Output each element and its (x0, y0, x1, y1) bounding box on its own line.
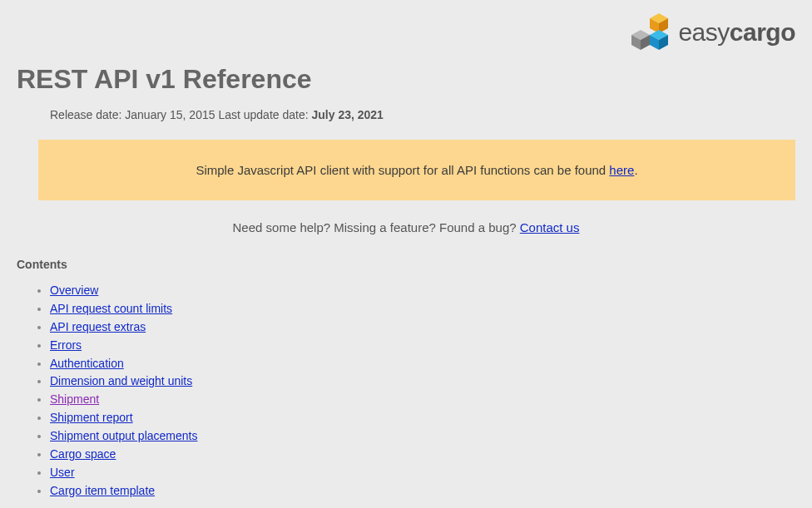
toc-link[interactable]: API request count limits (50, 302, 172, 315)
release-prefix: Release date: (50, 108, 125, 121)
toc-item: Authentication (50, 356, 795, 372)
release-date: January 15, 2015 (125, 108, 215, 121)
logo-text: easycargo (678, 18, 795, 47)
contact-us-link[interactable]: Contact us (520, 220, 580, 234)
update-prefix: Last update date: (215, 108, 312, 121)
banner-here-link[interactable]: here (609, 163, 634, 177)
toc-link[interactable]: Cargo space (50, 447, 116, 461)
toc-item: Shipment (50, 392, 795, 407)
toc-link[interactable]: Overview (50, 284, 98, 297)
toc-link[interactable]: API request extras (50, 320, 146, 333)
logo-cubes-icon (626, 12, 673, 53)
toc-item: Dimension and weight units (50, 373, 795, 389)
toc-item: Cargo item template (50, 483, 795, 499)
toc-link[interactable]: Cargo item template (50, 484, 155, 497)
toc-link[interactable]: Shipment report (50, 411, 133, 424)
toc-link[interactable]: User (50, 466, 75, 479)
help-line: Need some help? Missing a feature? Found… (17, 220, 795, 234)
toc-item: Shipment output placements (50, 428, 795, 444)
help-text: Need some help? Missing a feature? Found… (233, 220, 520, 234)
toc-item: Overview (50, 283, 795, 298)
contents-heading: Contents (17, 258, 795, 271)
toc-item: API request count limits (50, 301, 795, 317)
toc-item: Errors (50, 338, 795, 353)
toc-item: User (50, 465, 795, 481)
toc-link[interactable]: Authentication (50, 357, 124, 370)
toc-link[interactable]: Dimension and weight units (50, 374, 192, 387)
page-title: REST API v1 Reference (17, 64, 795, 95)
dates-line: Release date: January 15, 2015 Last upda… (50, 108, 795, 121)
toc-link[interactable]: Shipment (50, 392, 99, 406)
toc-link[interactable]: Shipment output placements (50, 429, 197, 442)
banner-suffix: . (634, 163, 637, 177)
toc-link[interactable]: Errors (50, 338, 82, 352)
update-date: July 23, 2021 (311, 108, 383, 121)
logo[interactable]: easycargo (626, 12, 795, 53)
toc-item: Cargo space (50, 446, 795, 462)
toc-item: Shipment report (50, 410, 795, 426)
contents-list: OverviewAPI request count limitsAPI requ… (17, 283, 795, 499)
info-banner: Simple Javascript API client with suppor… (38, 140, 795, 200)
banner-text: Simple Javascript API client with suppor… (196, 163, 609, 177)
header: easycargo (17, 12, 795, 56)
toc-item: API request extras (50, 319, 795, 335)
